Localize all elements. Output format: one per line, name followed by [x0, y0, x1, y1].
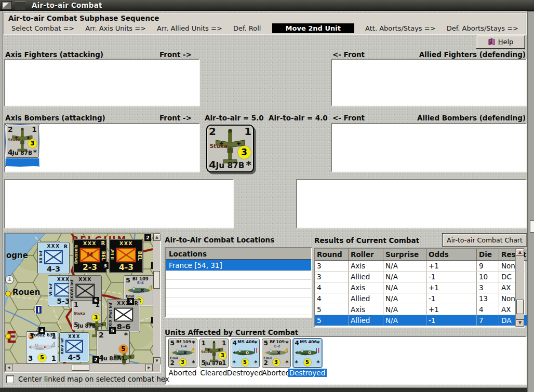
help-button-label: Help [498, 38, 514, 46]
affected-units-row: 5*Bf 109E-4 Emil2*3Aborted1151 Stuka3Ju … [166, 337, 526, 377]
scroll-right-icon[interactable]: ▶ [145, 364, 153, 371]
counter-stuka[interactable]: 214* Stuka3Ju 87B [6, 125, 39, 158]
counter-unit[interactable]: 2*43 5Ju 88A1 [97, 330, 130, 363]
hex-stack-marker: 3 [127, 298, 134, 305]
allied-fighters-label: Allied Fighters (defending) [419, 50, 526, 59]
unit-symbol-icon [116, 248, 136, 262]
air-to-air-combat-window: Air-to-air Combat Air-to-air Combat Subp… [0, 0, 534, 392]
front-arrow-label: <- Front [332, 114, 365, 122]
affected-unit[interactable]: 4*MS 406 **5Destroyed [230, 339, 260, 377]
scroll-left-icon[interactable]: ◀ [5, 364, 12, 371]
combat-chart-button[interactable]: Air-to-air Combat Chart [442, 233, 527, 247]
window-titlebar[interactable]: Air-to-air Combat [0, 0, 534, 11]
allied-bombers-box[interactable] [331, 123, 527, 172]
anchor-icon: ⚓ [5, 275, 14, 284]
air-rating-badge: 3 [28, 139, 37, 148]
parent-window-scrollbar[interactable] [527, 0, 534, 392]
locations-title: Air-to-Air Combat Locations [165, 236, 274, 244]
parent-window-bottom-edge [0, 387, 534, 392]
city-dot-icon [5, 291, 11, 296]
sequence-step: Arr. Axis Units => [85, 24, 146, 32]
axis-bomber-selected-unit[interactable]: 214* Stuka3Ju 87B [6, 125, 39, 166]
counter-ms-406[interactable]: 4*MS 406 **5 [293, 339, 322, 368]
plane-side-icon [232, 347, 258, 358]
map-viewport[interactable]: BELGIUMogneRouenE232364523⚓⚓XXXRXII Inf4… [5, 234, 153, 364]
affected-unit[interactable]: 4*MS 406 **5Destroyed [292, 339, 323, 377]
air-rating-badge: 3 [219, 352, 226, 359]
affected-units-panel: 5*Bf 109E-4 Emil2*3Aborted1151 Stuka3Ju … [165, 336, 527, 385]
window-system-menu-icon[interactable] [2, 1, 12, 10]
checkbox-label: Center linked map on selected combat hex [18, 375, 169, 383]
front-arrow-label: Front -> [159, 114, 192, 122]
affected-unit[interactable]: 5*Bf 109E-2 Emil2*3Aborted [261, 339, 291, 377]
map-label-rouen: Rouen [12, 288, 40, 297]
scroll-up-icon[interactable]: ▲ [516, 249, 524, 256]
subphase-sequence-steps: Select Combat =>Arr. Axis Units =>Arr. A… [8, 23, 522, 33]
map-vertical-scrollbar[interactable]: ▲ ▼ [153, 234, 160, 364]
counter-stuka[interactable]: 214* Stuka3Ju 87B [206, 125, 254, 172]
city-dot-icon [5, 333, 11, 339]
counter-stuka[interactable]: 1151 Stuka3Ju 87B [72, 300, 102, 330]
result-row[interactable]: 5AxisN/A+14AX [315, 304, 534, 315]
counter-4-3[interactable]: XXXII InfBEL4-3 [109, 239, 143, 273]
map-panel: BELGIUMogneRouenE232364523⚓⚓XXXRXII Inf4… [4, 233, 161, 373]
selection-bar [6, 158, 39, 166]
counter-potez-631[interactable]: 31Potez 631 315 [26, 331, 58, 363]
checkbox-icon[interactable] [6, 375, 14, 383]
results-vscroll-thumb[interactable] [516, 300, 524, 314]
result-row[interactable]: 3AlliedN/A-110DC [315, 272, 534, 282]
allied-air-rating-label: Air-to-air = 4.0 [269, 114, 328, 122]
scroll-down-icon[interactable]: ▼ [516, 319, 524, 327]
unit-symbol-icon [44, 250, 63, 264]
map-vscroll-thumb[interactable] [153, 271, 160, 289]
counter-bf-109-e-4[interactable]: 5*Bf 109E-4 Emil2*3 [168, 339, 197, 368]
hex-stack-marker: 6 [92, 297, 99, 304]
location-row-empty[interactable] [166, 280, 311, 289]
axis-fighters-box[interactable] [4, 59, 200, 106]
counter-4-3[interactable]: XXXRXII Inf4-3 [37, 242, 70, 274]
center-map-checkbox-row[interactable]: Center linked map on selected combat hex [6, 375, 169, 383]
counter-ms-406[interactable]: 4*MS 406 **5 [231, 339, 260, 368]
sequence-step-active: Move 2nd Unit [272, 23, 354, 33]
locations-column-header: Locations [166, 248, 311, 260]
result-row[interactable]: 4AxisN/A+13AX [315, 282, 534, 293]
location-row-empty[interactable] [166, 298, 311, 306]
location-row[interactable]: France [54, 31] [166, 260, 311, 271]
parent-scrollbar-thumb[interactable] [530, 220, 534, 233]
affected-title: Units Affected by Current Combat [165, 328, 298, 336]
counter-stuka[interactable]: 1151 Stuka3Ju 87B [199, 339, 229, 368]
results-vertical-scrollbar[interactable]: ▲ ▼ [515, 249, 524, 327]
unit-status-label: Destroyed [227, 369, 263, 377]
axis-fighters-label: Axis Fighters (attacking) [5, 50, 103, 59]
results-title: Results of Current Combat [314, 236, 419, 245]
help-button[interactable]: Help [476, 35, 525, 49]
result-row[interactable]: 5AlliedN/A-17DA [315, 315, 534, 326]
result-row[interactable]: 4AlliedN/A-113None [315, 293, 534, 304]
location-row-empty[interactable] [166, 306, 311, 315]
air-rating-badge: 3 [179, 359, 186, 366]
allied-escort-box[interactable] [296, 179, 527, 228]
unit-status-label: Aborted [262, 369, 290, 377]
location-row-empty[interactable] [166, 289, 311, 298]
affected-unit[interactable]: 5*Bf 109E-4 Emil2*3Aborted [167, 339, 198, 377]
sequence-step: Att. Aborts/Stays => [365, 24, 436, 32]
counter-4-5[interactable]: XXXXXIV Inf4-5 [59, 332, 89, 362]
plane-side-icon [28, 341, 56, 353]
air-rating-badge: 3 [238, 146, 251, 159]
subphase-sequence-group: Air-to-air Combat Subphase Sequence Sele… [3, 12, 527, 35]
counter-bf-109-e-2[interactable]: 5*Bf 109E-2 Emil2*3 [262, 339, 291, 368]
scroll-up-icon[interactable]: ▲ [153, 234, 161, 241]
allied-fighters-box[interactable] [331, 59, 527, 106]
sequence-step: Arr. Allied Units => [157, 24, 222, 32]
sequence-step: Select Combat => [11, 24, 74, 32]
affected-unit[interactable]: 1151 Stuka3Ju 87BCleared [198, 339, 229, 377]
unit-symbol-icon [114, 308, 133, 322]
axis-air-rating-label: Air-to-air = 5.0 [205, 114, 264, 122]
unit-status-label: Cleared [201, 369, 228, 377]
location-row-empty[interactable] [166, 271, 311, 280]
moving-unit-stack-counter[interactable]: 214* Stuka3Ju 87B [206, 125, 254, 172]
axis-escort-box[interactable] [4, 179, 234, 228]
map-hscroll-thumb[interactable] [72, 364, 89, 371]
result-row[interactable]: 3AxisN/A+19None [315, 261, 534, 272]
map-horizontal-scrollbar[interactable]: ◀ ▶ [5, 363, 153, 371]
